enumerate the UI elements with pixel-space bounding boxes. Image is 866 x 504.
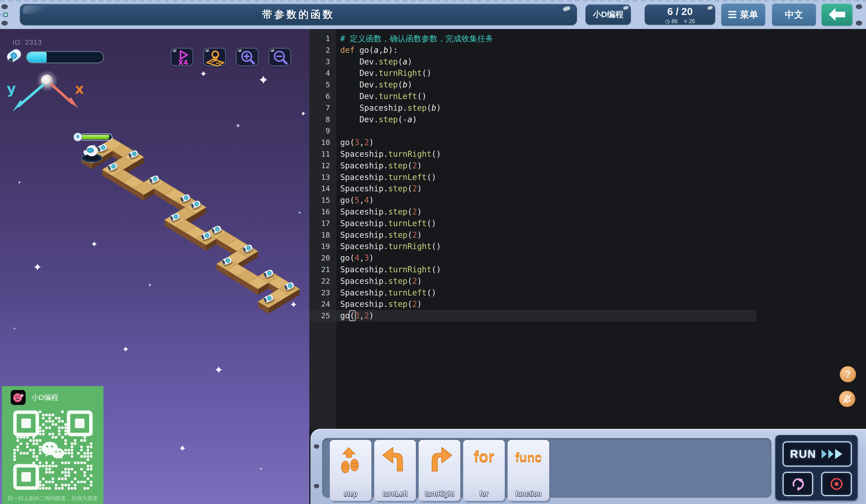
block-for[interactable]: for for xyxy=(463,440,505,501)
code-text: Spaceship.turnLeft() xyxy=(336,287,436,299)
code-line[interactable]: 21Spaceship.turnRight() xyxy=(309,264,866,276)
code-line[interactable]: 14Spaceship.step(2) xyxy=(309,183,866,194)
code-line[interactable]: 17Spaceship.turnLeft() xyxy=(309,218,866,229)
code-line[interactable]: 24Spaceship.step(2) xyxy=(309,299,866,310)
block-function[interactable]: func function xyxy=(508,440,549,501)
code-text: Spaceship.step(2) xyxy=(336,160,422,171)
menu-button[interactable]: 菜单 xyxy=(721,3,765,26)
line-number: 3 xyxy=(309,56,336,68)
axis-x-label: x xyxy=(75,81,84,97)
code-line[interactable]: 3 Dev.step(a) xyxy=(309,56,866,68)
function-icon: func xyxy=(508,450,549,464)
step-icon xyxy=(336,446,365,475)
block-turnright[interactable]: turnRight xyxy=(419,440,460,501)
zoom-in-icon xyxy=(236,48,259,67)
brand-button[interactable]: 小D编程 xyxy=(586,4,631,25)
code-text: Spaceship.turnRight() xyxy=(336,264,441,276)
line-number: 2 xyxy=(309,44,336,56)
code-text: Spaceship.step(2) xyxy=(336,229,422,241)
line-number: 21 xyxy=(309,264,336,276)
block-turnleft-label: turnLeft xyxy=(374,490,416,497)
star-decoration xyxy=(34,264,41,271)
language-label: 中文 xyxy=(785,9,803,21)
run-button[interactable]: RUN xyxy=(782,441,852,467)
star-decoration xyxy=(13,328,15,329)
level-counter-stats: ◷ 86 ≡ 26 xyxy=(665,19,695,24)
reset-icon xyxy=(789,475,807,493)
qr-app-name: 小D编程 xyxy=(31,393,58,403)
code-text: Dev.step(a) xyxy=(336,56,412,68)
code-line[interactable]: 2def go(a,b): xyxy=(309,44,866,56)
level-counter[interactable]: 6 / 20 ◷ 86 ≡ 26 xyxy=(645,4,715,25)
line-number: 14 xyxy=(309,183,336,194)
help-button[interactable]: ? xyxy=(840,366,856,382)
stop-icon xyxy=(828,475,845,492)
block-turnleft[interactable]: turnLeft xyxy=(374,440,416,501)
code-text: Dev.step(b) xyxy=(336,79,412,91)
language-button[interactable]: 中文 xyxy=(772,3,816,26)
line-number: 25 xyxy=(309,310,336,322)
block-toolbar: step turnLeft turnRight for for func fun… xyxy=(311,429,866,504)
code-text: go(5,4) xyxy=(336,194,374,206)
stop-button[interactable] xyxy=(821,472,852,496)
lines-stat: ≡ 26 xyxy=(684,19,695,24)
code-line[interactable]: 20go(4,3) xyxy=(309,252,866,264)
code-text: Spaceship.turnRight() xyxy=(336,148,441,160)
battery-icon xyxy=(2,44,26,67)
zoom-in-button[interactable] xyxy=(236,48,258,66)
qr-wechat-panel: 小D编程 扫一扫上面的二维码图案，加我为朋友 xyxy=(2,386,103,504)
code-line[interactable]: 23Spaceship.turnLeft() xyxy=(309,287,866,299)
code-text: # 定义函数，确认函数参数，完成收集任务 xyxy=(336,33,493,44)
mute-bell-button[interactable] xyxy=(839,391,855,407)
zoom-out-button[interactable] xyxy=(268,48,291,66)
qr-caption: 扫一扫上面的二维码图案，加我为朋友 xyxy=(2,495,103,502)
code-line[interactable]: 9 xyxy=(309,125,866,137)
time-stat: ◷ 86 xyxy=(665,19,678,24)
level-progress-bar xyxy=(26,51,104,63)
star-decoration xyxy=(123,346,128,352)
code-line[interactable]: 11Spaceship.turnRight() xyxy=(309,148,866,160)
back-button[interactable] xyxy=(822,3,853,26)
speed-x4-button[interactable]: X4 xyxy=(170,48,193,66)
star-decoration xyxy=(201,71,206,76)
code-text: Spaceship.turnLeft() xyxy=(336,171,436,183)
code-line[interactable]: 12Spaceship.step(2) xyxy=(309,160,866,171)
code-line[interactable]: 16Spaceship.step(2) xyxy=(309,206,866,218)
star-decoration xyxy=(259,76,267,84)
code-line[interactable]: 6 Dev.turnLeft() xyxy=(309,91,866,102)
screw-decoration xyxy=(1,4,8,9)
reset-button[interactable] xyxy=(782,472,813,496)
block-step[interactable]: step xyxy=(330,440,371,501)
code-text: Dev.turnLeft() xyxy=(336,91,427,102)
line-number: 17 xyxy=(309,218,336,229)
teal-chip-decoration xyxy=(3,13,8,17)
line-number: 12 xyxy=(309,160,336,171)
code-line[interactable]: 5 Dev.step(b) xyxy=(309,79,866,91)
svg-text:X4: X4 xyxy=(178,59,188,67)
qr-header: 小D编程 xyxy=(11,390,58,405)
code-line[interactable]: 25go(3,2) xyxy=(309,310,866,322)
code-line[interactable]: 22Spaceship.step(2) xyxy=(309,276,866,287)
level-counter-value: 6 / 20 xyxy=(667,7,692,17)
code-line[interactable]: 8 Dev.step(-a) xyxy=(309,114,866,125)
game-viewport[interactable]: y x ID: 2313 X4 xyxy=(0,29,309,504)
speed-x4-icon: X4 xyxy=(171,48,194,67)
star-decoration xyxy=(148,284,151,286)
code-line[interactable]: 4 Dev.turnRight() xyxy=(309,67,866,79)
fast-forward-icon xyxy=(821,448,844,460)
code-line[interactable]: 15go(5,4) xyxy=(309,194,866,206)
code-line[interactable]: 13Spaceship.turnLeft() xyxy=(309,171,866,183)
app-icon xyxy=(11,390,26,405)
star-decoration xyxy=(301,111,306,116)
code-line[interactable]: 19Spaceship.turnRight() xyxy=(309,240,866,252)
for-icon: for xyxy=(463,447,505,465)
line-number: 7 xyxy=(309,102,336,114)
code-line[interactable]: 10go(3,2) xyxy=(309,137,866,148)
minimap-button[interactable] xyxy=(203,48,226,66)
code-line[interactable]: 1# 定义函数，确认函数参数，完成收集任务 xyxy=(309,33,866,44)
line-number: 16 xyxy=(309,206,336,218)
code-text xyxy=(336,125,340,137)
code-line[interactable]: 7 Spaceship.step(b) xyxy=(309,102,866,114)
star-decoration xyxy=(215,366,222,373)
code-line[interactable]: 18Spaceship.step(2) xyxy=(309,229,866,241)
